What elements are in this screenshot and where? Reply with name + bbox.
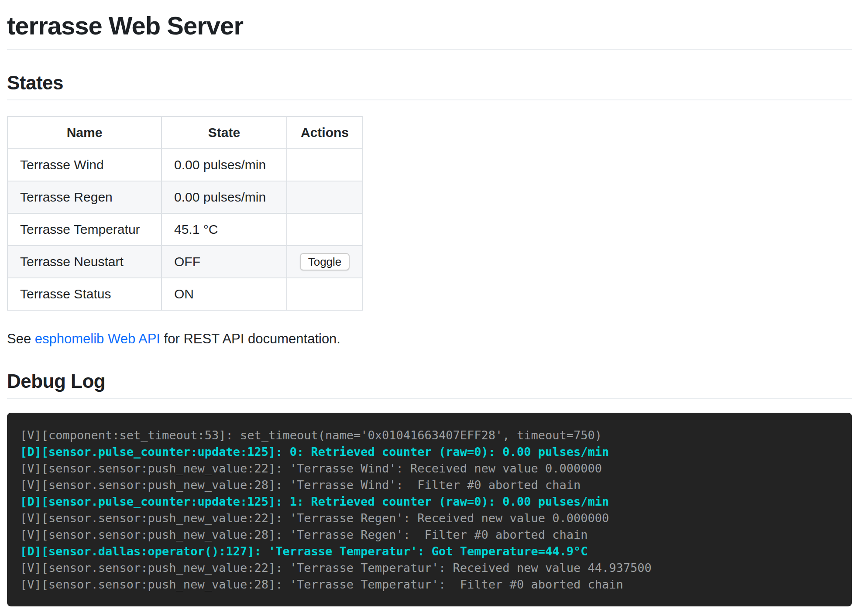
sensor-name-cell: Terrasse Regen	[7, 181, 161, 213]
web-api-link[interactable]: esphomelib Web API	[35, 331, 160, 346]
sensor-state-cell: OFF	[161, 246, 287, 278]
table-row: Terrasse Regen 0.00 pulses/min	[7, 181, 363, 213]
sensor-name-cell: Terrasse Temperatur	[7, 213, 161, 246]
log-line: [V][sensor.sensor:push_new_value:28]: 'T…	[20, 477, 839, 493]
sensor-actions-cell: Toggle	[287, 246, 363, 278]
table-header-row: Name State Actions	[7, 116, 363, 149]
table-row: Terrasse Wind 0.00 pulses/min	[7, 149, 363, 181]
table-row: Terrasse Status ON	[7, 278, 363, 310]
sensor-state-cell: 0.00 pulses/min	[161, 181, 287, 213]
debug-log-heading: Debug Log	[7, 370, 852, 393]
column-header-actions: Actions	[287, 116, 363, 149]
sensor-actions-cell	[287, 213, 363, 246]
debug-log-divider	[7, 398, 852, 399]
sensor-name-cell: Terrasse Neustart	[7, 246, 161, 278]
table-row: Terrasse Neustart OFF Toggle	[7, 246, 363, 278]
debug-log-console: [V][component:set_timeout:53]: set_timeo…	[7, 413, 852, 606]
log-line: [D][sensor.pulse_counter:update:125]: 0:…	[20, 444, 839, 460]
states-divider	[7, 99, 852, 100]
api-note-prefix: See	[7, 331, 35, 346]
log-line: [V][sensor.sensor:push_new_value:28]: 'T…	[20, 576, 839, 593]
log-line: [V][sensor.sensor:push_new_value:22]: 'T…	[20, 510, 839, 527]
sensor-name-cell: Terrasse Wind	[7, 149, 161, 181]
states-table: Name State Actions Terrasse Wind 0.00 pu…	[7, 116, 363, 311]
sensor-actions-cell	[287, 278, 363, 310]
page-root: terrasse Web Server States Name State Ac…	[0, 10, 859, 606]
page-title: terrasse Web Server	[7, 10, 852, 41]
api-note-suffix: for REST API documentation.	[160, 331, 340, 346]
sensor-actions-cell	[287, 149, 363, 181]
toggle-button[interactable]: Toggle	[300, 253, 350, 270]
api-note: See esphomelib Web API for REST API docu…	[7, 330, 852, 348]
sensor-name-cell: Terrasse Status	[7, 278, 161, 310]
table-row: Terrasse Temperatur 45.1 °C	[7, 213, 363, 246]
log-line: [D][sensor.dallas:operator():127]: 'Terr…	[20, 543, 839, 560]
column-header-name: Name	[7, 116, 161, 149]
log-line: [V][sensor.sensor:push_new_value:22]: 'T…	[20, 560, 839, 576]
column-header-state: State	[161, 116, 287, 149]
title-divider	[7, 49, 852, 50]
states-heading: States	[7, 72, 852, 94]
log-line: [V][sensor.sensor:push_new_value:28]: 'T…	[20, 527, 839, 543]
sensor-actions-cell	[287, 181, 363, 213]
sensor-state-cell: 45.1 °C	[161, 213, 287, 246]
sensor-state-cell: ON	[161, 278, 287, 310]
log-line: [D][sensor.pulse_counter:update:125]: 1:…	[20, 493, 839, 510]
log-line: [V][sensor.sensor:push_new_value:22]: 'T…	[20, 460, 839, 477]
log-line: [V][component:set_timeout:53]: set_timeo…	[20, 427, 839, 444]
sensor-state-cell: 0.00 pulses/min	[161, 149, 287, 181]
